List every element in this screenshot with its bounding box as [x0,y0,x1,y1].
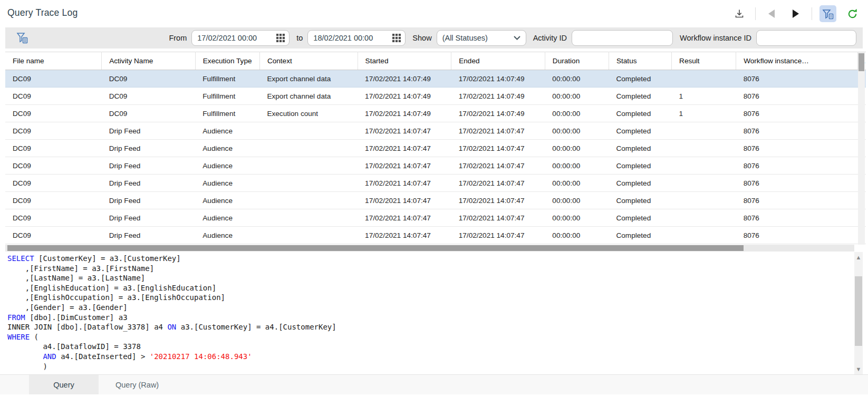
table-vertical-scrollbar-thumb[interactable] [859,53,864,71]
table-cell: 8076 [736,122,858,140]
column-header[interactable]: Ended [451,52,545,70]
table-cell: Execution count [259,105,358,122]
next-page-button[interactable] [787,5,804,22]
from-label: From [169,34,187,42]
table-cell: DC09 [102,105,196,122]
column-header[interactable]: Result [672,52,736,70]
table-cell: 17/02/2021 14:07:49 [451,105,545,122]
table-cell: 8076 [736,105,858,122]
table-cell: 17/02/2021 14:07:49 [451,88,545,105]
table-cell: 00:00:00 [545,70,609,88]
table-horizontal-scrollbar-thumb[interactable] [7,245,744,251]
download-button[interactable] [731,5,748,22]
table-row[interactable]: DC09Drip FeedAudience17/02/2021 14:07:47… [5,157,866,175]
table-cell: Fulfillment [195,105,259,122]
table-cell: 17/02/2021 14:07:47 [451,175,545,192]
table-vertical-scrollbar[interactable] [858,52,865,245]
table-cell: Audience [195,122,259,140]
table-cell: Completed [609,209,671,227]
refresh-button[interactable] [844,5,861,22]
table-cell: 17/02/2021 14:07:47 [358,227,451,244]
table-cell: Drip Feed [102,122,196,140]
show-label: Show [412,34,431,42]
workflow-instance-id-input[interactable] [756,30,856,46]
table-cell: Fulfillment [195,88,259,105]
table-cell [259,122,358,140]
table-cell: DC09 [5,157,102,175]
sql-line: FROM [dbo].[DimCustomer] a3 [7,313,853,323]
table-cell: 8076 [736,192,858,209]
table-cell: 17/02/2021 14:07:47 [358,192,451,209]
filter-list-icon[interactable] [16,32,28,44]
table-cell: 17/02/2021 14:07:47 [358,157,451,175]
title-bar: Query Trace Log [0,0,868,25]
page-title: Query Trace Log [7,7,78,18]
column-header[interactable]: Started [358,52,451,70]
activity-id-input[interactable] [572,30,673,46]
table-cell [672,175,736,192]
column-header[interactable]: Execution Type [195,52,259,70]
table-cell: 1 [672,105,736,122]
column-header[interactable]: File name [5,52,102,70]
table-cell: Audience [195,192,259,209]
table-cell [672,157,736,175]
status-select[interactable]: (All Statuses) [437,30,526,46]
table-cell: 00:00:00 [545,209,609,227]
sql-vertical-scrollbar[interactable]: ▲ ▼ [854,252,863,374]
from-date-input[interactable] [191,30,290,46]
table-cell [672,122,736,140]
sql-vertical-scrollbar-thumb[interactable] [855,276,862,346]
table-cell: 00:00:00 [545,122,609,140]
table-cell: DC09 [5,122,102,140]
table-cell: DC09 [5,70,102,88]
table-cell: 17/02/2021 14:07:47 [451,227,545,244]
scroll-down-icon[interactable]: ▼ [854,365,863,373]
table-cell: Audience [195,140,259,157]
table-row[interactable]: DC09Drip FeedAudience17/02/2021 14:07:47… [5,122,866,140]
column-header[interactable]: Activity Name [102,52,196,70]
table-cell [259,157,358,175]
table-cell: Completed [609,175,671,192]
table-row[interactable]: DC09Drip FeedAudience17/02/2021 14:07:47… [5,192,866,209]
table-row[interactable]: DC09Drip FeedAudience17/02/2021 14:07:47… [5,227,866,244]
table-row[interactable]: DC09DC09FulfillmentExecution count17/02/… [5,105,866,122]
sql-line: INNER JOIN [dbo].[Dataflow_3378] a4 ON a… [7,322,853,332]
previous-page-button[interactable] [763,5,780,22]
table-row[interactable]: DC09DC09FulfillmentExport channel data17… [5,88,866,105]
bottom-spacer [0,394,868,406]
table-cell: Fulfillment [195,70,259,88]
to-date-input[interactable] [307,30,406,46]
table-cell: 00:00:00 [545,157,609,175]
table-cell: 17/02/2021 14:07:47 [451,157,545,175]
table-cell: DC09 [5,192,102,209]
sql-preview-pane: SELECT [CustomerKey] = a3.[CustomerKey] … [0,252,853,374]
toolbar-divider [812,7,812,20]
table-row[interactable]: DC09Drip FeedAudience17/02/2021 14:07:47… [5,175,866,192]
table-cell: Export channel data [259,88,358,105]
column-header[interactable]: Workflow instance… [736,52,858,70]
table-cell: DC09 [102,70,196,88]
column-header[interactable]: Duration [545,52,609,70]
table-cell: Completed [609,227,671,244]
table-cell: Audience [195,157,259,175]
filter-bar: From to Show (All Statuses) Activity ID [5,27,863,49]
table-row[interactable]: DC09Drip FeedAudience17/02/2021 14:07:47… [5,140,866,157]
table-row[interactable]: DC09DC09FulfillmentExport channel data17… [5,70,866,88]
filter-toggle-button[interactable] [819,5,836,22]
tab-query[interactable]: Query [29,375,99,394]
column-header[interactable]: Context [259,52,358,70]
column-header[interactable]: Status [609,52,671,70]
chevron-down-icon [514,36,520,40]
filter-icon [822,8,834,20]
table-cell: 00:00:00 [545,140,609,157]
toolbar [731,4,861,23]
tab-query-raw[interactable]: Query (Raw) [99,375,176,394]
toolbar-divider [755,7,756,20]
table-row[interactable]: DC09Drip FeedAudience17/02/2021 14:07:47… [5,209,866,227]
scroll-up-icon[interactable]: ▲ [854,253,863,262]
table-cell: 00:00:00 [545,88,609,105]
table-horizontal-scrollbar[interactable] [5,245,854,252]
table-cell: 17/02/2021 14:07:47 [451,192,545,209]
from-date-field [191,30,290,46]
workflow-instance-id-label: Workflow instance ID [680,34,751,42]
